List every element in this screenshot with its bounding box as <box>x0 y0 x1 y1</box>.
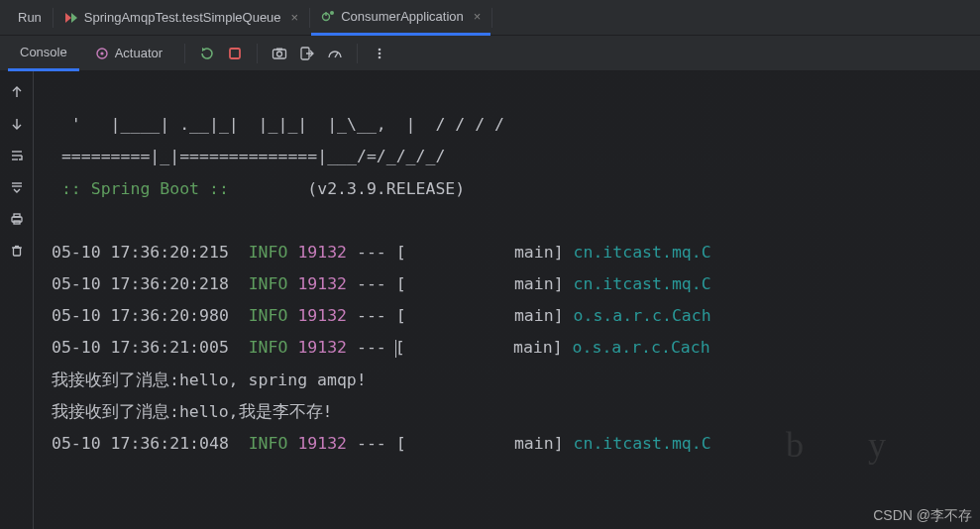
divider <box>491 8 492 28</box>
more-button[interactable] <box>368 42 391 65</box>
spring-boot-run-icon <box>321 9 335 23</box>
actuator-icon <box>95 47 109 60</box>
log-level: INFO <box>249 306 288 325</box>
svg-point-16 <box>379 55 381 58</box>
log-ts: 05-10 17:36:21:005 <box>52 338 229 357</box>
console-message: 我接收到了消息:hello,我是李不存! <box>52 402 332 421</box>
svg-rect-8 <box>230 49 240 58</box>
svg-marker-1 <box>71 13 77 23</box>
banner-line: =========|_|==============|___/=/_/_/_/ <box>52 147 445 165</box>
log-ts: 05-10 17:36:20:218 <box>52 274 229 293</box>
log-logger: o.s.a.r.c.Cach <box>574 306 711 325</box>
csdn-watermark: CSDN @李不存 <box>873 507 972 525</box>
console-gutter <box>0 71 34 529</box>
log-thread: main <box>514 306 554 325</box>
log-logger: cn.itcast.mq.C <box>574 434 711 453</box>
divider <box>357 44 358 63</box>
actuator-tab[interactable]: Actuator <box>83 36 174 71</box>
log-ts: 05-10 17:36:20:215 <box>52 243 229 262</box>
log-level: INFO <box>249 243 288 262</box>
log-sep: --- [ <box>357 306 514 325</box>
log-level: INFO <box>249 434 288 453</box>
rerun-button[interactable] <box>195 42 219 65</box>
test-run-icon <box>64 11 78 25</box>
exit-button[interactable] <box>295 42 319 65</box>
banner-version: (v2.3.9.RELEASE) <box>307 179 465 198</box>
close-icon[interactable]: × <box>474 9 482 24</box>
tab-label: SpringAmqpTest.testSimpleQueue <box>84 10 281 25</box>
svg-rect-27 <box>13 248 20 256</box>
close-icon[interactable]: × <box>291 10 299 25</box>
print-button[interactable] <box>6 208 28 230</box>
run-tab-springamqptest[interactable]: SpringAmqpTest.testSimpleQueue × <box>54 0 308 36</box>
svg-point-10 <box>277 52 282 56</box>
banner-spaces <box>229 179 307 198</box>
log-pid: 19132 <box>297 338 347 357</box>
console-message: 我接收到了消息:hello, spring amqp! <box>52 370 367 389</box>
log-thread: main <box>513 338 553 357</box>
log-logger: cn.itcast.mq.C <box>574 274 711 293</box>
log-sep: --- [ <box>357 434 514 453</box>
svg-point-6 <box>100 52 103 54</box>
svg-point-4 <box>330 11 334 15</box>
divider <box>53 8 54 28</box>
log-pid: 19132 <box>297 274 347 293</box>
tab-label: Console <box>20 45 67 59</box>
divider <box>184 44 185 63</box>
tab-label: ConsumerApplication <box>341 9 464 24</box>
svg-marker-0 <box>65 13 71 23</box>
log-thread: main <box>514 434 554 453</box>
run-tab-consumerapplication[interactable]: ConsumerApplication × <box>311 0 490 36</box>
svg-line-13 <box>335 53 338 57</box>
divider <box>309 8 310 28</box>
console-main: ' |____| .__|_| |_|_| |_\__, | / / / / =… <box>0 71 980 529</box>
background-watermark: b y <box>786 410 950 479</box>
tab-label: Actuator <box>115 46 163 60</box>
console-toolbar: Console Actuator <box>0 36 980 71</box>
svg-rect-25 <box>14 214 20 217</box>
clear-button[interactable] <box>6 240 28 262</box>
log-pid: 19132 <box>297 306 347 325</box>
log-level: INFO <box>249 338 288 357</box>
log-ts: 05-10 17:36:21:048 <box>52 434 229 453</box>
screenshot-button[interactable] <box>268 42 291 65</box>
divider <box>257 44 258 63</box>
svg-point-15 <box>379 52 381 54</box>
log-ts: 05-10 17:36:20:980 <box>52 306 229 325</box>
banner-line: ' |____| .__|_| |_|_| |_\__, | / / / / <box>52 115 504 134</box>
banner-springboot: :: Spring Boot :: <box>52 179 229 198</box>
stop-button[interactable] <box>223 42 247 65</box>
dashboard-button[interactable] <box>323 42 347 65</box>
log-thread: main <box>514 274 554 293</box>
run-tabs-bar: Run SpringAmqpTest.testSimpleQueue × Con… <box>0 0 980 36</box>
svg-point-14 <box>379 48 381 51</box>
scroll-down-button[interactable] <box>6 113 28 135</box>
svg-rect-11 <box>276 48 282 50</box>
console-tab[interactable]: Console <box>8 36 79 71</box>
log-level: INFO <box>249 274 288 293</box>
log-pid: 19132 <box>297 434 347 453</box>
log-sep: --- <box>357 338 396 357</box>
svg-rect-9 <box>273 50 286 58</box>
run-tool-label: Run <box>8 10 52 25</box>
log-pid: 19132 <box>297 243 347 262</box>
scroll-to-end-button[interactable] <box>6 176 28 198</box>
log-thread: main <box>514 243 554 262</box>
scroll-up-button[interactable] <box>6 81 28 103</box>
log-sep: --- [ <box>357 274 514 293</box>
soft-wrap-button[interactable] <box>6 145 28 166</box>
console-output[interactable]: ' |____| .__|_| |_|_| |_\__, | / / / / =… <box>34 71 980 529</box>
log-logger: cn.itcast.mq.C <box>574 243 711 262</box>
log-sep: --- [ <box>357 243 514 262</box>
log-logger: o.s.a.r.c.Cach <box>573 338 710 357</box>
